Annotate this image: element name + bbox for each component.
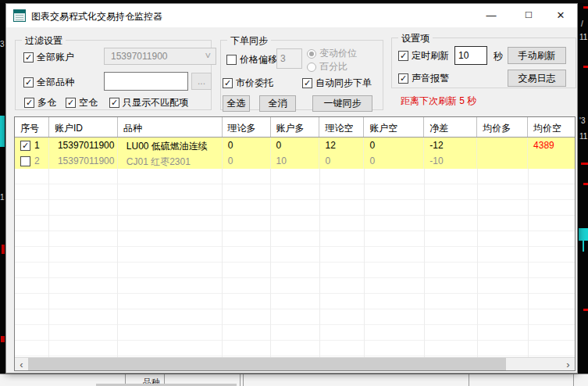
product-filter-input[interactable] bbox=[104, 72, 188, 91]
candle-icon bbox=[0, 116, 5, 147]
column-header[interactable]: 账户ID bbox=[49, 117, 118, 137]
account-combobox-value: 15397011900 bbox=[111, 51, 168, 62]
window-title: 图表交易程式化交易持仓监控器 bbox=[31, 10, 162, 23]
auto-sync-checkbox[interactable]: ✓ 自动同步下单 bbox=[302, 77, 372, 90]
candle-icon bbox=[579, 228, 588, 241]
minimize-button[interactable]: — bbox=[473, 4, 509, 27]
cell-account-id: 15397011900 bbox=[49, 153, 118, 169]
checkbox-check-icon: ✓ bbox=[302, 78, 312, 88]
cell-account-short: 0 bbox=[364, 138, 424, 153]
percent-radio[interactable]: 百分比 bbox=[307, 60, 347, 73]
all-accounts-checkbox[interactable]: ✓ 全部账户 bbox=[23, 51, 74, 64]
market-order-checkbox[interactable]: ✓ 市价委托 bbox=[223, 77, 273, 90]
long-positions-checkbox[interactable]: ✓ 多仓 bbox=[24, 96, 56, 109]
radio-selected-icon bbox=[307, 49, 316, 59]
cell-product: LU00 低硫燃油连续 bbox=[118, 138, 223, 153]
column-header[interactable]: 品种 bbox=[118, 117, 223, 137]
cell-product: CJ01 红枣2301 bbox=[118, 153, 223, 169]
tick-size-radio[interactable]: 变动价位 bbox=[307, 47, 357, 60]
column-header[interactable]: 净差 bbox=[424, 117, 477, 137]
short-positions-checkbox[interactable]: ✓ 空仓 bbox=[66, 96, 98, 109]
cell-theory-short: 0 bbox=[319, 153, 364, 169]
scroll-left-arrow-icon[interactable]: ‹ bbox=[15, 358, 28, 370]
app-icon bbox=[13, 9, 26, 22]
column-header[interactable]: 均价多 bbox=[477, 117, 528, 137]
cell-account-long: 10 bbox=[271, 153, 320, 169]
close-icon: ✕ bbox=[557, 9, 565, 21]
filter-settings-group: 过滤设置 ✓ 全部账户 15397011900 ˅ ✓ 全部品种 ... ✓ 多… bbox=[15, 40, 212, 110]
chevron-down-icon: ˅ bbox=[205, 50, 211, 62]
radio-unselected-icon bbox=[307, 63, 316, 72]
checkbox-check-icon: ✓ bbox=[398, 51, 408, 61]
group-title: 下单同步 bbox=[227, 34, 271, 48]
positions-table: 序号 账户ID 品种 理论多 账户多 理论空 账户空 净差 均价多 均价空 ✓ … bbox=[14, 116, 576, 371]
column-header[interactable]: 理论空 bbox=[319, 117, 364, 137]
group-title: 过滤设置 bbox=[22, 34, 66, 48]
cell-theory-long: 0 bbox=[223, 153, 271, 169]
cell-account-id: 15397011900 bbox=[49, 138, 118, 153]
account-combobox[interactable]: 15397011900 ˅ bbox=[104, 48, 216, 65]
all-products-checkbox[interactable]: ✓ 全部品种 bbox=[23, 76, 74, 89]
cell-net-diff: -10 bbox=[424, 153, 477, 169]
clear-all-button[interactable]: 全消 bbox=[259, 95, 296, 112]
cell-account-long: 0 bbox=[271, 138, 320, 153]
timer-refresh-checkbox[interactable]: ✓ 定时刷新 bbox=[398, 49, 449, 63]
sound-alarm-checkbox[interactable]: ✓ 声音报警 bbox=[398, 72, 449, 85]
cell-theory-long: 0 bbox=[223, 138, 271, 153]
table-header-row: 序号 账户ID 品种 理论多 账户多 理论空 账户空 净差 均价多 均价空 bbox=[15, 117, 575, 138]
checkbox-check-icon: ✓ bbox=[398, 73, 408, 84]
column-header[interactable]: 理论多 bbox=[223, 117, 271, 137]
minimize-icon: — bbox=[486, 9, 497, 21]
screen: 3 1 / 11 '3 11 品种 图表交易程式化交易持仓监控器 bbox=[0, 0, 588, 386]
checkbox-check-icon: ✓ bbox=[24, 98, 34, 108]
refresh-interval-input[interactable]: 10 bbox=[454, 46, 487, 65]
cell-avg-short: 4389 bbox=[528, 138, 575, 153]
group-title: 设置项 bbox=[398, 32, 433, 45]
refresh-countdown-text: 距离下次刷新 5 秒 bbox=[401, 95, 476, 108]
checkbox-check-icon: ✓ bbox=[223, 78, 233, 88]
maximize-icon: ☐ bbox=[525, 10, 533, 20]
checkbox-check-icon: ✓ bbox=[66, 98, 76, 108]
scroll-right-arrow-icon[interactable]: › bbox=[561, 358, 575, 370]
table-row[interactable]: 2 15397011900 CJ01 红枣2301 0 10 0 0 -10 bbox=[15, 153, 575, 169]
background-table-bottom: 品种 bbox=[0, 373, 588, 386]
row-checkbox-unchecked[interactable] bbox=[20, 156, 30, 166]
trade-log-button[interactable]: 交易日志 bbox=[508, 70, 566, 87]
cell-avg-long bbox=[477, 153, 528, 169]
checkbox-check-icon: ✓ bbox=[109, 98, 119, 108]
column-header[interactable]: 账户空 bbox=[364, 117, 424, 137]
maximize-button[interactable]: ☐ bbox=[511, 4, 547, 27]
seconds-label: 秒 bbox=[494, 50, 503, 63]
one-key-sync-button[interactable]: 一键同步 bbox=[312, 95, 372, 112]
close-button[interactable]: ✕ bbox=[543, 4, 579, 27]
table-empty-area bbox=[15, 169, 575, 357]
column-header[interactable]: 序号 bbox=[15, 117, 49, 137]
order-sync-group: 下单同步 价格偏移 3 变动价位 百分比 ✓ 市价委托 ✓ 自动同步下单 bbox=[220, 40, 383, 110]
scrollbar-thumb[interactable] bbox=[28, 358, 506, 370]
price-offset-checkbox[interactable]: 价格偏移 bbox=[226, 53, 277, 66]
row-checkbox-checked[interactable]: ✓ bbox=[20, 141, 30, 151]
table-row[interactable]: ✓ 1 15397011900 LU00 低硫燃油连续 0 0 12 0 -12… bbox=[15, 138, 575, 153]
checkbox-check-icon: ✓ bbox=[23, 52, 34, 63]
only-mismatch-checkbox[interactable]: ✓ 只显示不匹配项 bbox=[109, 96, 188, 109]
horizontal-scrollbar[interactable]: ‹ › bbox=[15, 357, 575, 370]
offset-value-input[interactable]: 3 bbox=[276, 48, 302, 69]
cell-avg-long bbox=[477, 138, 528, 153]
select-all-button[interactable]: 全选 bbox=[223, 95, 250, 112]
title-bar[interactable]: 图表交易程式化交易持仓监控器 — ☐ ✕ bbox=[6, 4, 577, 27]
cell-account-short: 0 bbox=[364, 153, 424, 169]
cell-avg-short bbox=[528, 153, 575, 169]
manual-refresh-button[interactable]: 手动刷新 bbox=[508, 47, 566, 64]
browse-products-button[interactable]: ... bbox=[191, 73, 212, 90]
checkbox-check-icon: ✓ bbox=[23, 77, 34, 88]
monitor-window: 图表交易程式化交易持仓监控器 — ☐ ✕ 过滤设置 ✓ 全部账户 1539701… bbox=[5, 3, 578, 373]
settings-group: 设置项 ✓ 定时刷新 10 秒 手动刷新 ✓ 声音报警 交易日志 bbox=[391, 38, 576, 88]
column-header[interactable]: 账户多 bbox=[271, 117, 320, 137]
column-header[interactable]: 均价空 bbox=[528, 117, 575, 137]
cell-net-diff: -12 bbox=[424, 138, 477, 153]
cell-theory-short: 12 bbox=[319, 138, 364, 153]
checkbox-empty bbox=[226, 55, 237, 65]
